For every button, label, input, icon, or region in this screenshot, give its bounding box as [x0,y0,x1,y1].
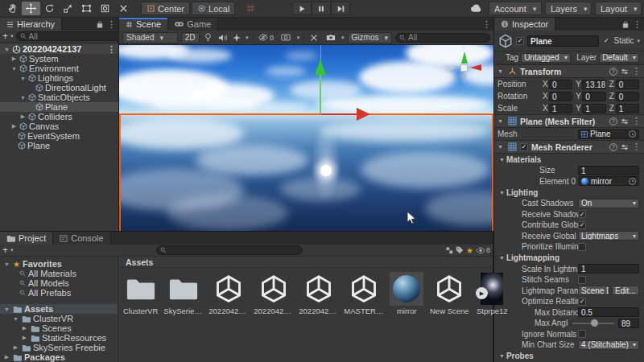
cloud-services-icon[interactable] [467,2,485,15]
asset-skyseries-folder[interactable]: SkySeries ... [164,272,203,315]
tab-scene[interactable]: Scene [119,18,168,31]
hierarchy-item-system[interactable]: ▶ System [0,54,118,64]
scroll-right-button[interactable] [476,287,488,299]
orientation-mode-button[interactable]: Local [192,2,235,15]
scene-camera-caret-icon[interactable]: ▾ [341,35,345,41]
slider-knob[interactable] [591,319,598,327]
cast-shadows-dropdown[interactable]: On [578,199,639,208]
help-icon[interactable] [609,143,617,151]
gizmo-x-cone[interactable] [470,64,481,71]
ignore-normals-checkbox[interactable] [578,330,586,338]
scene-visibility-icon[interactable]: 0 [257,32,275,43]
rotation-y-field[interactable]: 0 [582,92,605,101]
tab-project[interactable]: Project [0,232,53,245]
scene-menu-icon[interactable] [107,44,116,55]
lock-icon[interactable] [97,21,103,28]
project-search-input[interactable] [169,246,299,255]
transform-tool-icon[interactable] [96,2,114,15]
grid-snapping-icon[interactable] [242,2,260,15]
presets-icon[interactable] [621,144,629,150]
tab-hierarchy[interactable]: Hierarchy [0,18,62,31]
scene-effects-icon[interactable] [231,32,242,43]
hierarchy-item-staticobjects[interactable]: ▼ StaticObjects [0,93,118,102]
rotation-x-field[interactable]: 0 [549,92,572,101]
search-by-label-icon[interactable] [456,246,464,254]
scene-viewport[interactable]: y x [119,45,493,231]
account-dropdown[interactable]: Account [489,2,542,15]
scene-search[interactable] [395,33,490,43]
hierarchy-item-plane-selected[interactable]: Plane [0,102,118,112]
hierarchy-item-scene[interactable]: ▼ 202204242137 [0,44,118,54]
asset-clustervr-folder[interactable]: ClusterVR [123,272,158,315]
project-add-button[interactable]: + [2,246,8,254]
optimize-realtime-checkbox[interactable] [578,298,586,306]
camera-settings-caret-icon[interactable]: ▾ [297,35,300,41]
hierarchy-item-environment[interactable]: ▼ Environment [0,64,118,73]
pivot-mode-button[interactable]: Center [141,2,190,15]
gizmo-gray-cone[interactable] [446,65,456,72]
contribute-gi-checkbox[interactable] [578,221,586,229]
create-add-button[interactable]: + [2,32,8,40]
rotation-z-field[interactable]: 0 [616,92,639,101]
search-by-type-icon[interactable] [445,246,453,254]
layer-dropdown[interactable]: Default [599,53,639,63]
scale-z-field[interactable]: 1 [616,104,639,113]
gameobject-name-field[interactable]: Plane [527,35,599,47]
presets-icon[interactable] [621,118,629,125]
position-z-field[interactable]: 0 [616,80,639,89]
component-menu-icon[interactable] [632,142,641,152]
lightmap-parameters-dropdown[interactable]: Scene De [578,286,609,295]
asset-scene-20220423[interactable]: 20220423... [209,272,248,315]
create-add-caret-icon[interactable]: ▾ [10,33,14,39]
asset-scene-master[interactable]: MASTER_... [345,272,383,315]
tree-item-scenes[interactable]: ▶ Scenes [0,323,118,333]
position-x-field[interactable]: 0 [549,80,572,89]
foldout-arrow[interactable]: ▼ [3,47,10,52]
asset-scene-new-scene[interactable]: New Scene [430,272,469,315]
orientation-gizmo[interactable]: y x [440,45,491,87]
transform-component-header[interactable]: Transform [494,64,644,78]
foldout-arrow[interactable]: ▶ [10,123,18,130]
active-checkbox[interactable] [516,37,524,45]
prioritize-checkbox[interactable] [578,243,586,251]
foldout-arrow[interactable]: ▶ [19,113,27,120]
tab-game[interactable]: Game [168,18,218,31]
mesh-object-field[interactable]: Plane [578,130,639,139]
scene-camera-icon[interactable] [323,32,338,43]
static-caret-icon[interactable]: ▾ [637,38,640,44]
hierarchy-item-canvas[interactable]: ▶ Canvas [0,121,118,131]
tree-item-clustervr[interactable]: ▼ ClusterVR [0,314,118,323]
project-add-caret-icon[interactable]: ▾ [10,247,14,253]
lightmapping-foldout[interactable]: Lightmapping [494,253,644,264]
object-picker-icon[interactable] [629,178,636,185]
move-gizmo-x-axis[interactable] [321,113,357,115]
static-checkbox[interactable] [602,37,610,45]
stitch-seams-checkbox[interactable] [578,276,586,284]
saved-search-star-icon[interactable]: ★ [466,246,473,255]
custom-tools-icon[interactable] [114,2,133,15]
mesh-renderer-component-header[interactable]: Mesh Renderer [494,140,644,154]
max-angle-field[interactable]: 89 [618,319,639,328]
asset-scene-20220424b[interactable]: 20220424... [299,272,338,315]
rotate-tool-icon[interactable] [40,2,59,15]
layout-dropdown[interactable]: Layout [595,2,642,15]
move-gizmo-y-arrow[interactable] [315,60,326,75]
move-tool-icon[interactable] [22,2,40,15]
scene-search-input[interactable] [408,33,486,42]
project-search[interactable] [156,245,303,255]
layers-dropdown[interactable]: Layers [545,2,592,15]
materials-size-field[interactable]: 1 [578,166,639,175]
max-angle-slider[interactable] [572,323,614,324]
component-tools-icon[interactable] [308,32,320,43]
renderer-enabled-checkbox[interactable] [520,143,528,151]
tab-inspector[interactable]: Inspector [494,18,555,31]
tree-item-assets[interactable]: ▼ Assets [0,304,118,314]
hierarchy-menu-icon[interactable] [107,19,116,30]
materials-foldout[interactable]: Materials [494,154,644,165]
help-icon[interactable] [609,68,617,76]
play-button[interactable] [292,2,312,15]
element0-object-field[interactable]: mirror [578,176,639,186]
mesh-filter-component-header[interactable]: Plane (Mesh Filter) [494,114,644,128]
tree-item-staticresources[interactable]: ▶ StaticResources [0,333,118,343]
component-menu-icon[interactable] [632,66,641,76]
